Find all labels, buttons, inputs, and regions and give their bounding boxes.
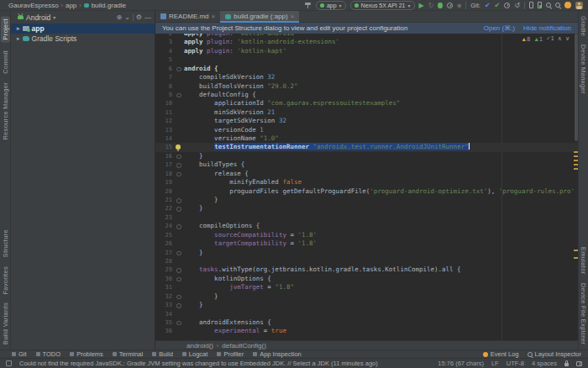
- code-line[interactable]: 23: [155, 213, 578, 222]
- line-number[interactable]: 10: [155, 99, 172, 108]
- tool-stripe-device-manager[interactable]: Device Manager: [580, 45, 587, 94]
- code-line[interactable]: 13 versionCode 1: [155, 126, 578, 134]
- code-line[interactable]: 19 minifyEnabled false: [155, 178, 578, 187]
- tool-button-problems[interactable]: Problems: [70, 350, 103, 358]
- inspection-widget[interactable]: ▲8 ▲1 ✓1 ∧ ∨: [521, 35, 570, 42]
- pair-devices-icon[interactable]: [538, 2, 542, 8]
- warning-stripe-mark[interactable]: [574, 155, 578, 157]
- tool-button-logcat[interactable]: Logcat: [182, 350, 208, 358]
- close-icon[interactable]: ×: [291, 13, 295, 20]
- git-update-icon[interactable]: ✔: [485, 2, 491, 9]
- code-line[interactable]: 8 buildToolsVersion "29.0.2": [155, 82, 578, 91]
- tool-button-build[interactable]: Build: [152, 350, 173, 358]
- fold-marker-icon[interactable]: [172, 275, 184, 283]
- code-line[interactable]: 26 targetCompatibility = '1.8': [155, 239, 578, 248]
- line-number[interactable]: 36: [155, 327, 172, 335]
- indent-indicator[interactable]: 4 spaces: [532, 360, 557, 367]
- tool-stripe-device-file-explorer[interactable]: Device File Explorer: [580, 283, 587, 344]
- line-number[interactable]: 15: [155, 143, 172, 151]
- warning-stripe-mark[interactable]: [574, 151, 578, 153]
- line-number[interactable]: 21: [155, 196, 172, 204]
- fold-marker-icon[interactable]: [172, 222, 184, 230]
- tool-window-switcher-icon[interactable]: [6, 360, 12, 366]
- code-line[interactable]: 30 kotlinOptions {: [155, 275, 578, 283]
- code-line[interactable]: 32 }: [155, 292, 578, 301]
- line-number[interactable]: 12: [155, 117, 172, 125]
- line-number[interactable]: 8: [155, 82, 172, 91]
- code-line[interactable]: 14 versionName "1.0": [155, 134, 578, 143]
- scrollbar-thumb[interactable]: [575, 34, 578, 141]
- run-configuration-select[interactable]: app ▾: [316, 1, 346, 10]
- locate-file-icon[interactable]: ⊕: [116, 13, 122, 22]
- tree-item-app[interactable]: ▸ app: [11, 24, 155, 34]
- fold-marker-icon[interactable]: [172, 265, 184, 274]
- fold-marker-icon[interactable]: [172, 160, 184, 169]
- line-number[interactable]: 4: [155, 47, 172, 55]
- banner-open-link[interactable]: Open (⌘;): [484, 24, 515, 32]
- breadcrumb-default-config[interactable]: defaultConfig(): [222, 342, 265, 350]
- tool-button-profiler[interactable]: Profiler: [217, 350, 244, 358]
- line-number[interactable]: 30: [155, 275, 172, 283]
- warning-stripe-mark[interactable]: [574, 250, 578, 251]
- line-number[interactable]: 7: [155, 73, 172, 81]
- code-line[interactable]: 34: [155, 310, 578, 318]
- code-line[interactable]: 3apply plugin: 'kotlin-android-extension…: [155, 38, 578, 46]
- layout-inspector-icon[interactable]: [546, 3, 551, 8]
- line-number[interactable]: 35: [155, 318, 172, 327]
- tool-stripe-gradle[interactable]: Gradle: [580, 16, 587, 36]
- fold-marker-icon[interactable]: [172, 301, 184, 309]
- banner-hide-link[interactable]: Hide notification: [523, 24, 571, 32]
- expand-chevron-icon[interactable]: ▸: [17, 35, 20, 42]
- line-number[interactable]: 22: [155, 204, 172, 213]
- tool-button-todo[interactable]: TODO: [36, 350, 61, 358]
- code-line[interactable]: 16 }: [155, 152, 578, 160]
- tab-readme[interactable]: README.md ×: [155, 11, 220, 22]
- code-line[interactable]: 17 buildTypes {: [155, 160, 578, 169]
- code-line[interactable]: 15 testInstrumentationRunner "androidx.t…: [155, 143, 578, 151]
- code-line[interactable]: 7 compileSdkVersion 32: [155, 73, 578, 81]
- build-hammer-icon[interactable]: [305, 2, 312, 8]
- fold-marker-icon[interactable]: [172, 204, 184, 213]
- line-number[interactable]: 14: [155, 134, 172, 143]
- line-number[interactable]: 18: [155, 170, 172, 178]
- warning-stripe-mark[interactable]: [574, 164, 578, 166]
- code-line[interactable]: 21 }: [155, 196, 578, 204]
- code-line[interactable]: 12 targetSdkVersion 32: [155, 117, 578, 125]
- fold-marker-icon[interactable]: [172, 196, 184, 204]
- tool-stripe-resource-manager[interactable]: Resource Manager: [2, 82, 9, 140]
- tab-build-gradle[interactable]: build.gradle (:app) ×: [220, 11, 299, 22]
- code-line[interactable]: 36 experimental = true: [155, 327, 578, 335]
- git-commit-icon[interactable]: ✔: [495, 2, 501, 9]
- line-number[interactable]: 13: [155, 126, 172, 134]
- breadcrumb-android[interactable]: android(): [186, 342, 213, 350]
- code-line[interactable]: 27 }: [155, 249, 578, 257]
- code-line[interactable]: 18 release {: [155, 170, 578, 178]
- code-line[interactable]: 35 androidExtensions {: [155, 318, 578, 327]
- line-number[interactable]: 26: [155, 239, 172, 248]
- warning-stripe-mark[interactable]: [574, 257, 578, 259]
- line-number[interactable]: 31: [155, 283, 172, 292]
- line-ending-indicator[interactable]: LF: [491, 360, 499, 367]
- line-number[interactable]: 32: [155, 292, 172, 301]
- code-line[interactable]: 24 compileOptions {: [155, 222, 578, 230]
- tree-item-gradle-scripts[interactable]: ▸ Gradle Scripts: [11, 34, 155, 44]
- profiler-icon[interactable]: [447, 3, 453, 8]
- line-number[interactable]: 27: [155, 249, 172, 257]
- fold-marker-icon[interactable]: [172, 91, 184, 99]
- stop-button[interactable]: ■: [457, 2, 461, 9]
- code-line[interactable]: 11 minSdkVersion 21: [155, 108, 578, 117]
- line-number[interactable]: 23: [155, 213, 172, 222]
- code-line[interactable]: 29 tasks.withType(org.jetbrains.kotlin.g…: [155, 265, 578, 274]
- code-line[interactable]: 4apply plugin: 'kotlin-kapt': [155, 47, 578, 55]
- user-avatar[interactable]: [575, 2, 583, 9]
- sync-notification-icon[interactable]: [564, 2, 571, 8]
- prev-issue-button[interactable]: ∧: [558, 35, 562, 42]
- tool-button-layout-inspector[interactable]: Layout Inspector: [528, 350, 581, 358]
- reader-mode-icon[interactable]: [576, 361, 582, 366]
- fold-marker-icon[interactable]: [172, 292, 184, 301]
- tool-stripe-structure[interactable]: Structure: [2, 229, 9, 257]
- settings-gear-icon[interactable]: ⚙: [136, 13, 142, 22]
- code-line[interactable]: 22 }: [155, 204, 578, 213]
- fold-marker-icon[interactable]: [172, 249, 184, 257]
- line-number[interactable]: 16: [155, 152, 172, 160]
